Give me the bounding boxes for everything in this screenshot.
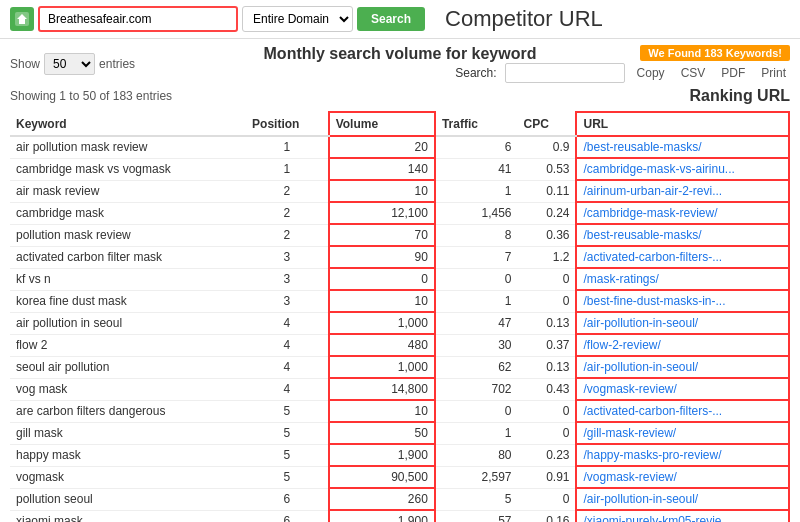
cell-volume: 20: [329, 136, 435, 158]
url-link[interactable]: /gill-mask-review/: [583, 426, 676, 440]
cell-traffic: 2,597: [435, 466, 518, 488]
cell-volume: 0: [329, 268, 435, 290]
url-link[interactable]: /best-fine-dust-masks-in-...: [583, 294, 725, 308]
table-row: pollution mask review27080.36/best-reusa…: [10, 224, 789, 246]
url-link[interactable]: /air-pollution-in-seoul/: [583, 360, 698, 374]
cell-traffic: 62: [435, 356, 518, 378]
table-row: air pollution mask review12060.9/best-re…: [10, 136, 789, 158]
cell-keyword: pollution mask review: [10, 224, 246, 246]
url-link[interactable]: /activated-carbon-filters-...: [583, 250, 722, 264]
cell-traffic: 702: [435, 378, 518, 400]
top-bar: Breathesafeair.com Entire Domain Exact U…: [0, 0, 800, 39]
cell-keyword: vog mask: [10, 378, 246, 400]
cell-volume: 14,800: [329, 378, 435, 400]
show-entries-control: Show 50 25 100 entries: [10, 53, 135, 75]
cell-cpc: 0.37: [517, 334, 576, 356]
keywords-table: Keyword Position Volume Traffic CPC URL …: [10, 111, 790, 522]
cell-traffic: 0: [435, 400, 518, 422]
table-row: vogmask590,5002,5970.91/vogmask-review/: [10, 466, 789, 488]
entries-select[interactable]: 50 25 100: [44, 53, 95, 75]
cell-position: 6: [246, 488, 329, 510]
url-link[interactable]: /flow-2-review/: [583, 338, 660, 352]
table-row: kf vs n3000/mask-ratings/: [10, 268, 789, 290]
col-header-position: Position: [246, 112, 329, 136]
found-badge: We Found 183 Keywords!: [640, 45, 790, 61]
table-row: pollution seoul626050/air-pollution-in-s…: [10, 488, 789, 510]
url-link[interactable]: /vogmask-review/: [583, 382, 676, 396]
cell-position: 2: [246, 202, 329, 224]
cell-position: 3: [246, 268, 329, 290]
url-link[interactable]: /mask-ratings/: [583, 272, 658, 286]
cell-cpc: 0.91: [517, 466, 576, 488]
monthly-volume-heading: Monthly search volume for keyword: [264, 45, 537, 62]
cell-traffic: 41: [435, 158, 518, 180]
controls-row2: Showing 1 to 50 of 183 entries Ranking U…: [10, 87, 790, 105]
cell-traffic: 1: [435, 180, 518, 202]
cell-cpc: 0.24: [517, 202, 576, 224]
domain-select[interactable]: Entire Domain Exact URL Subdomain: [242, 6, 353, 32]
cell-volume: 12,100: [329, 202, 435, 224]
cell-keyword: air pollution in seoul: [10, 312, 246, 334]
url-link[interactable]: /air-pollution-in-seoul/: [583, 316, 698, 330]
cell-position: 5: [246, 444, 329, 466]
cell-keyword: flow 2: [10, 334, 246, 356]
cell-keyword: activated carbon filter mask: [10, 246, 246, 268]
url-link[interactable]: /happy-masks-pro-review/: [583, 448, 721, 462]
pdf-button[interactable]: PDF: [717, 64, 749, 82]
cell-keyword: seoul air pollution: [10, 356, 246, 378]
cell-cpc: 0.53: [517, 158, 576, 180]
cell-volume: 260: [329, 488, 435, 510]
cell-keyword: cambridge mask vs vogmask: [10, 158, 246, 180]
url-link[interactable]: /air-pollution-in-seoul/: [583, 492, 698, 506]
url-form: Breathesafeair.com Entire Domain Exact U…: [10, 6, 425, 32]
cell-volume: 1,900: [329, 510, 435, 522]
url-link[interactable]: /best-reusable-masks/: [583, 228, 701, 242]
col-header-url: URL: [576, 112, 789, 136]
url-link[interactable]: /best-reusable-masks/: [583, 140, 701, 154]
cell-cpc: 0.9: [517, 136, 576, 158]
table-row: air pollution in seoul41,000470.13/air-p…: [10, 312, 789, 334]
cell-position: 5: [246, 422, 329, 444]
url-link[interactable]: /airinum-urban-air-2-revi...: [583, 184, 722, 198]
cell-traffic: 30: [435, 334, 518, 356]
copy-button[interactable]: Copy: [633, 64, 669, 82]
cell-cpc: 0.13: [517, 356, 576, 378]
cell-cpc: 0.43: [517, 378, 576, 400]
print-button[interactable]: Print: [757, 64, 790, 82]
cell-volume: 50: [329, 422, 435, 444]
cell-traffic: 1: [435, 422, 518, 444]
url-link[interactable]: /cambridge-mask-vs-airinu...: [583, 162, 734, 176]
table-row: are carbon filters dangerous51000/activa…: [10, 400, 789, 422]
cell-traffic: 57: [435, 510, 518, 522]
cell-position: 3: [246, 290, 329, 312]
cell-traffic: 5: [435, 488, 518, 510]
cell-volume: 1,900: [329, 444, 435, 466]
cell-cpc: 1.2: [517, 246, 576, 268]
url-link[interactable]: /activated-carbon-filters-...: [583, 404, 722, 418]
cell-volume: 10: [329, 180, 435, 202]
table-row: cambridge mask vs vogmask1140410.53/camb…: [10, 158, 789, 180]
cell-traffic: 8: [435, 224, 518, 246]
cell-volume: 90: [329, 246, 435, 268]
url-link[interactable]: /cambridge-mask-review/: [583, 206, 717, 220]
cell-keyword: are carbon filters dangerous: [10, 400, 246, 422]
url-link[interactable]: /vogmask-review/: [583, 470, 676, 484]
cell-position: 6: [246, 510, 329, 522]
csv-button[interactable]: CSV: [677, 64, 710, 82]
cell-volume: 480: [329, 334, 435, 356]
table-row: korea fine dust mask31010/best-fine-dust…: [10, 290, 789, 312]
entries-label: entries: [99, 57, 135, 71]
url-input[interactable]: Breathesafeair.com: [38, 6, 238, 32]
url-link[interactable]: /xiaomi-purely-km05-revie...: [583, 514, 731, 522]
cell-cpc: 0: [517, 422, 576, 444]
cell-traffic: 0: [435, 268, 518, 290]
search-input[interactable]: [505, 63, 625, 83]
cell-position: 1: [246, 136, 329, 158]
col-header-traffic: Traffic: [435, 112, 518, 136]
cell-position: 2: [246, 224, 329, 246]
cell-volume: 1,000: [329, 312, 435, 334]
search-button[interactable]: Search: [357, 7, 425, 31]
cell-traffic: 47: [435, 312, 518, 334]
cell-position: 5: [246, 466, 329, 488]
cell-cpc: 0.11: [517, 180, 576, 202]
